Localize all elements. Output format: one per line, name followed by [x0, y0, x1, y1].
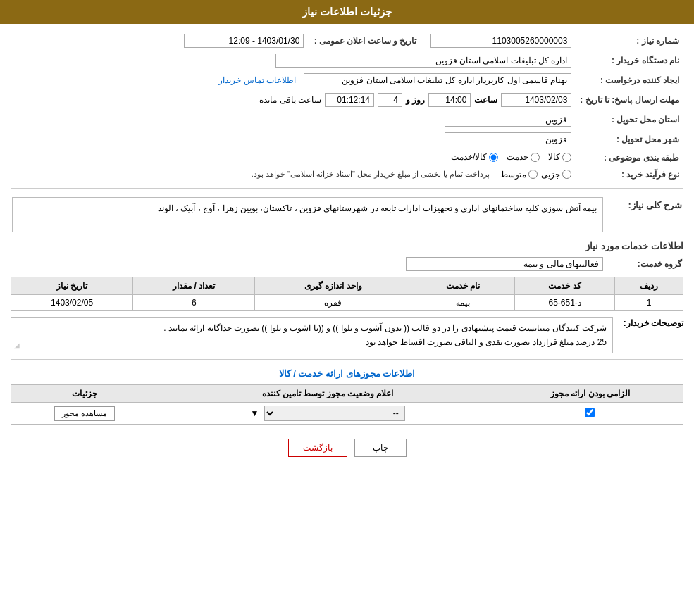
- cell-tarikh: 1403/02/05: [11, 294, 133, 310]
- cell-nam: بیمه: [411, 294, 515, 310]
- action-buttons: چاپ بازگشت: [11, 439, 683, 457]
- group-khedmat-label: گروه خدمت:: [605, 257, 682, 271]
- ostan-tahvil-label: استان محل تحویل :: [576, 110, 683, 130]
- khadamat-section: اطلاعات خدمات مورد نیاز گروه خدمت: ردیف …: [11, 241, 683, 311]
- faraind-note: پرداخت تمام یا بخشی از مبلغ خریدار محل "…: [252, 170, 490, 179]
- divider-2: [11, 359, 683, 360]
- permits-table: الزامی بودن ارائه مجوز اعلام وضعیت مجوز …: [11, 384, 683, 425]
- nam-dastgah-label: نام دستگاه خریدار :: [576, 51, 683, 70]
- mohlat-label: مهلت ارسال پاسخ: تا تاریخ :: [576, 90, 683, 110]
- page-title: جزئیات اطلاعات نیاز: [302, 6, 392, 18]
- col-tarikh: تاریخ نیاز: [11, 277, 133, 294]
- mohlat-roz-input[interactable]: [378, 93, 402, 107]
- tarikh-elan-label: تاریخ و ساعت اعلان عمومی :: [308, 31, 421, 51]
- col-nam: نام خدمت: [411, 277, 515, 294]
- tabaqe-label: طبقه بندی موضوعی :: [576, 149, 683, 167]
- cell-kod: د-651-65: [514, 294, 614, 310]
- sharh-text: بیمه آتش سوزی کلیه ساختمانهای اداری و تج…: [12, 197, 603, 232]
- sharh-section: شرح کلی نیاز: بیمه آتش سوزی کلیه ساختمان…: [11, 196, 683, 234]
- shahr-tahvil-label: شهر محل تحویل :: [576, 130, 683, 149]
- permits-section-title: اطلاعات مجوزهای ارائه خدمت / کالا: [11, 368, 683, 379]
- ostan-tahvil-input[interactable]: [445, 113, 571, 127]
- permits-row: -- ▼ مشاهده مجوز: [11, 403, 683, 425]
- roz-label: روز و: [406, 95, 425, 105]
- cell-radif: 1: [615, 294, 683, 310]
- print-button[interactable]: چاپ: [354, 439, 407, 457]
- khadamat-table: ردیف کد خدمت نام خدمت واحد اندازه گیری ت…: [11, 277, 683, 311]
- col-radif: ردیف: [615, 277, 683, 294]
- radio-jozi[interactable]: جزیی: [541, 170, 571, 180]
- buyer-notes-line1: شرکت کنندگان میبایست قیمت پیشنهادی را در…: [17, 321, 607, 335]
- col-elzami: الزامی بودن ارائه مجوز: [497, 385, 683, 403]
- etela-tamas-link[interactable]: اطلاعات تماس خریدار: [218, 75, 296, 85]
- cell-elzami: [497, 403, 683, 425]
- mohlat-mande-input[interactable]: [325, 93, 374, 107]
- col-tedad: تعداد / مقدار: [133, 277, 255, 294]
- mande-label: ساعت باقی مانده: [259, 95, 321, 105]
- ijad-konande-label: ایجاد کننده درخواست :: [576, 70, 683, 90]
- shomara-niaz-label: شماره نیاز :: [576, 31, 683, 51]
- radio-motevaset[interactable]: متوسط: [500, 170, 538, 180]
- saat-label: ساعت: [474, 95, 497, 105]
- cell-vahed: فقره: [255, 294, 411, 310]
- cell-eelam: -- ▼: [159, 403, 497, 425]
- cell-joziat: مشاهده مجوز: [11, 403, 159, 425]
- col-vahed: واحد اندازه گیری: [255, 277, 411, 294]
- buyer-notes-label: توصیحات خریدار:: [620, 317, 683, 328]
- noe-faraind-label: نوع فرآیند خرید :: [576, 167, 683, 182]
- tarikh-elan-input[interactable]: [184, 34, 304, 48]
- ijad-konande-input[interactable]: [304, 73, 571, 87]
- buyer-notes-text: شرکت کنندگان میبایست قیمت پیشنهادی را در…: [11, 317, 613, 354]
- shomara-niaz-input[interactable]: [430, 34, 571, 48]
- eelam-select[interactable]: --: [264, 406, 405, 421]
- page-header: جزئیات اطلاعات نیاز: [0, 0, 694, 24]
- info-table: شماره نیاز : تاریخ و ساعت اعلان عمومی : …: [11, 31, 683, 182]
- elzami-checkbox[interactable]: [585, 408, 595, 417]
- col-joziat: جزئیات: [11, 385, 159, 403]
- cell-tedad: 6: [133, 294, 255, 310]
- resize-icon: ◢: [14, 339, 20, 351]
- radio-kala[interactable]: کالا: [548, 152, 571, 162]
- group-khedmat-input[interactable]: [406, 257, 603, 271]
- radio-khedmat[interactable]: خدمت: [507, 152, 540, 162]
- buyer-notes-line2: 25 درصد مبلغ قرارداد بصورت نقدی و الباقی…: [17, 335, 607, 349]
- view-permit-button[interactable]: مشاهده مجوز: [54, 406, 115, 421]
- buyer-notes-section: توصیحات خریدار: شرکت کنندگان میبایست قیم…: [11, 317, 683, 354]
- khadamat-title: اطلاعات خدمات مورد نیاز: [11, 241, 683, 251]
- radio-kala-khedmat[interactable]: کالا/خدمت: [451, 152, 498, 162]
- table-row: 1 د-651-65 بیمه فقره 6 1403/02/05: [11, 294, 683, 310]
- mohlat-saat-input[interactable]: [428, 93, 471, 107]
- col-eelam: اعلام وضعیت مجوز توسط تامین کننده: [159, 385, 497, 403]
- divider-1: [11, 188, 683, 189]
- col-kod: کد خدمت: [514, 277, 614, 294]
- nam-dastgah-input[interactable]: [275, 54, 571, 68]
- mohlat-date-input[interactable]: [501, 93, 571, 107]
- shahr-tahvil-input[interactable]: [445, 132, 571, 146]
- back-button[interactable]: بازگشت: [288, 439, 347, 457]
- dropdown-arrow: ▼: [251, 408, 259, 418]
- sharh-title: شرح کلی نیاز:: [628, 200, 682, 210]
